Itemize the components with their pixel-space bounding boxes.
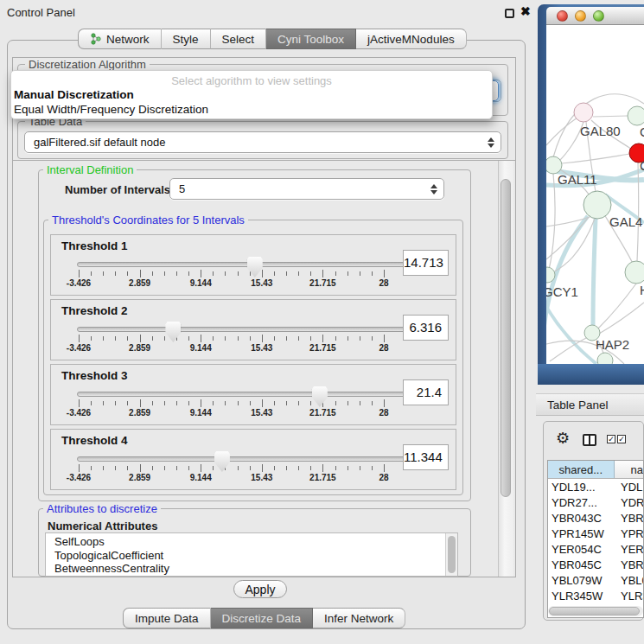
tab-label: Discretize Data — [222, 612, 302, 625]
zoom-window-icon[interactable] — [593, 10, 604, 22]
table-hscrollbar-track[interactable] — [548, 606, 643, 616]
table-panel-titlebar: Table Panel — [536, 393, 644, 416]
threshold-value-field[interactable]: 11.344 — [403, 444, 449, 470]
tick-label: 28 — [379, 343, 388, 353]
interval-definition-label: Interval Definition — [43, 163, 137, 176]
table-data-combo-value: galFiltered.sif default node — [34, 136, 165, 149]
attribute-item-selfloops[interactable]: SelfLoops — [46, 535, 457, 549]
threshold-slider-track[interactable] — [77, 262, 414, 267]
cell-shared-name: YDL19... — [548, 481, 621, 494]
tab-label: Cyni Toolbox — [277, 33, 344, 46]
algorithm-placeholder-option[interactable]: Select algorithm to view settings — [11, 71, 492, 87]
tab-jactivemnodules[interactable]: jActiveMNodules — [356, 29, 467, 49]
network-canvas[interactable]: GAL80 G C GAL11 GAL4 GCY1 H HAP2 — [546, 25, 644, 364]
cell-name: YER0 — [621, 543, 643, 556]
tab-network[interactable]: Network — [78, 29, 162, 49]
tick-label: 9.144 — [190, 278, 212, 288]
node-gal11[interactable] — [546, 156, 562, 174]
cell-shared-name: YPR145W — [548, 527, 621, 540]
algorithm-option-manual-discretization[interactable]: Manual Discretization — [11, 87, 492, 102]
node[interactable] — [597, 353, 613, 364]
tab-select[interactable]: Select — [211, 29, 267, 49]
node-attribute-table: shared... na YDL19...YDL1YDR27...YDR2YBR… — [547, 460, 644, 618]
node-label-hap2: HAP2 — [596, 337, 629, 352]
column-header-name[interactable]: na — [615, 461, 643, 478]
threshold-slider-track[interactable] — [77, 456, 414, 462]
table-row[interactable]: YDR27...YDR2 — [548, 494, 643, 510]
threshold-slider-track[interactable] — [77, 392, 414, 397]
tick-label: -3.426 — [67, 343, 91, 353]
cell-shared-name: YER054C — [548, 543, 621, 556]
node[interactable] — [625, 261, 644, 284]
tick-label: -3.426 — [67, 473, 91, 482]
tick-label: 15.43 — [251, 408, 272, 418]
minimize-window-icon[interactable] — [575, 10, 586, 22]
settings-scrollbar-thumb[interactable] — [501, 179, 511, 497]
threshold-3-panel: Threshold 3-3.4262.8599.14415.4321.71528… — [50, 364, 456, 425]
cell-name: YPR1 — [621, 527, 643, 540]
network-tab-icon — [90, 33, 102, 45]
table-row[interactable]: YDL19...YDL1 — [548, 479, 643, 494]
table-hscrollbar-thumb[interactable] — [549, 607, 640, 615]
apply-button[interactable]: Apply — [233, 580, 287, 598]
node-label-partial: G — [640, 124, 644, 139]
threshold-4-panel: Threshold 4-3.4262.8599.14415.4321.71528… — [50, 429, 456, 490]
node-pink[interactable] — [574, 103, 593, 122]
numerical-attributes-label: Numerical Attributes — [48, 520, 157, 532]
float-window-icon[interactable] — [505, 9, 514, 18]
number-of-intervals-spinner[interactable]: 5 — [169, 178, 444, 200]
node-gal4[interactable] — [583, 191, 611, 219]
tab-cyni-toolbox[interactable]: Cyni Toolbox — [266, 29, 356, 49]
table-row[interactable]: YLR345WYLR3 — [548, 588, 643, 603]
threshold-label: Threshold 2 — [61, 304, 128, 317]
column-header-shared-name[interactable]: shared... — [548, 461, 615, 478]
table-row[interactable]: YPR145WYPR1 — [548, 526, 643, 541]
table-settings-gear-icon[interactable]: ⚙ — [556, 430, 570, 446]
tab-discretize-data[interactable]: Discretize Data — [211, 608, 314, 628]
threshold-value-field[interactable]: 6.316 — [403, 315, 449, 341]
cell-name: YDR2 — [621, 496, 643, 509]
numerical-attributes-list[interactable]: SelfLoopsTopologicalCoefficientBetweenne… — [45, 532, 458, 577]
tick-label: 2.859 — [129, 473, 150, 482]
close-window-icon[interactable] — [557, 10, 568, 22]
cell-shared-name: YBR043C — [548, 512, 621, 525]
tick-label: 2.859 — [129, 343, 150, 353]
attributes-scrollbar-thumb[interactable] — [448, 536, 456, 573]
network-window-titlebar[interactable] — [546, 7, 644, 25]
attribute-item-topologicalcoefficient[interactable]: TopologicalCoefficient — [46, 549, 457, 563]
tab-impute-data[interactable]: Impute Data — [123, 608, 211, 628]
table-row[interactable]: YBL079WYBL0 — [548, 572, 643, 588]
column-manager-icon[interactable] — [583, 434, 596, 446]
tab-label: Select — [222, 33, 255, 46]
tab-infer-network[interactable]: Infer Network — [313, 608, 405, 628]
tick-label: 28 — [379, 278, 388, 288]
node-label-partial: C — [640, 158, 644, 173]
attributes-scrollbar-track[interactable] — [445, 533, 457, 576]
table-data-combobox[interactable]: galFiltered.sif default node — [24, 131, 501, 153]
attribute-items: SelfLoopsTopologicalCoefficientBetweenne… — [46, 533, 457, 576]
tab-label: Style — [173, 33, 199, 46]
algorithm-option-equal-width-frequency-discretization[interactable]: Equal Width/Frequency Discretization — [11, 102, 492, 117]
attributes-group-label: Attributes to discretize — [43, 502, 161, 515]
threshold-1-panel: Threshold 1-3.4262.8599.14415.4321.71528… — [50, 234, 456, 296]
algorithm-options: Manual DiscretizationEqual Width/Frequen… — [11, 87, 492, 117]
threshold-value-field[interactable]: 21.4 — [403, 379, 449, 405]
deselect-all-checkbox-icon[interactable]: ✓ — [617, 435, 626, 443]
table-row[interactable]: YBR045CYBR0 — [548, 557, 643, 572]
tick-label: 2.859 — [129, 278, 150, 288]
node[interactable] — [628, 106, 644, 125]
attribute-item-betweennesscentrality[interactable]: BetweennessCentrality — [46, 562, 457, 576]
slider-ticks — [79, 399, 384, 408]
tab-label: Network — [106, 33, 150, 46]
combo-arrows-icon — [488, 137, 494, 148]
threshold-slider-track[interactable] — [77, 327, 414, 332]
number-of-intervals-label: Number of Intervals — [65, 183, 170, 196]
threshold-value-field[interactable]: 14.713 — [403, 250, 449, 276]
select-all-checkbox-icon[interactable]: ✓ — [607, 435, 615, 443]
tab-style[interactable]: Style — [162, 29, 211, 49]
node-label-gal80: GAL80 — [580, 124, 621, 138]
close-panel-icon[interactable]: ✖ — [520, 4, 531, 18]
table-row[interactable]: YER054CYER0 — [548, 541, 643, 557]
table-row[interactable]: YBR043CYBR0 — [548, 510, 643, 526]
cell-name: YDL1 — [621, 481, 643, 494]
